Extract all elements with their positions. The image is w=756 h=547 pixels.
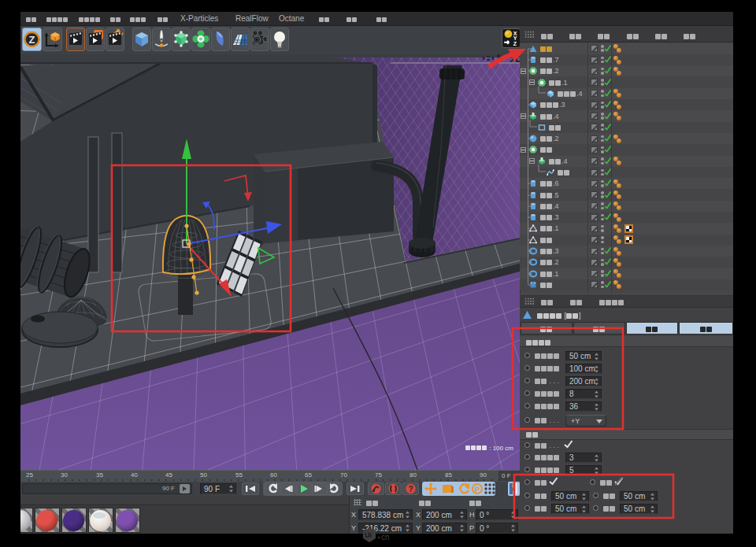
svg-text:cn: cn — [381, 533, 390, 541]
svg-text:UI: UI — [365, 531, 372, 539]
svg-text:P: P — [475, 486, 480, 493]
svg-text:Y: Y — [513, 35, 517, 41]
svg-text:?: ? — [408, 485, 413, 493]
svg-text:Z: Z — [513, 41, 517, 46]
svg-text:Z: Z — [29, 34, 35, 46]
